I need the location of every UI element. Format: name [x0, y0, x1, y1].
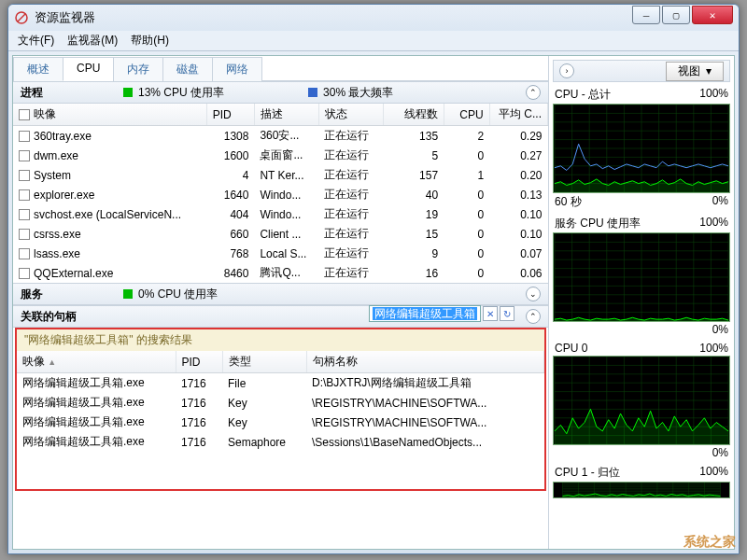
hcol-name[interactable]: 句柄名称	[306, 351, 544, 373]
process-row[interactable]: QQExternal.exe8460腾讯Q...正在运行1600.06	[13, 263, 548, 283]
minimize-button[interactable]: —	[632, 6, 660, 24]
hcol-image[interactable]: 映像 ▲	[17, 351, 176, 373]
svc-cpu-icon	[123, 289, 133, 299]
tab-overview[interactable]: 概述	[13, 57, 63, 81]
checkbox[interactable]	[19, 209, 30, 220]
charts-toolbar: › 视图▾	[553, 60, 730, 82]
handle-row[interactable]: 网络编辑超级工具箱.exe1716Key\REGISTRY\MACHINE\SO…	[17, 393, 544, 413]
app-icon	[14, 10, 29, 25]
process-row[interactable]: explorer.exe1640Windo...正在运行4000.13	[13, 185, 548, 204]
menubar: 文件(F) 监视器(M) 帮助(H)	[8, 31, 739, 51]
chart-cpu0: CPU 0100% 0%	[553, 341, 730, 460]
col-cpu[interactable]: CPU	[444, 104, 489, 126]
process-row[interactable]: lsass.exe768Local S...正在运行900.07	[13, 244, 548, 263]
cpu-usage-label: 13% CPU 使用率	[138, 85, 224, 101]
checkbox[interactable]	[19, 170, 30, 181]
chart-service-cpu: 服务 CPU 使用率100% 0%	[553, 215, 730, 337]
col-desc[interactable]: 描述	[254, 104, 318, 126]
chart-cpu-total: CPU - 总计100% 60 秒0%	[553, 86, 730, 211]
charts-collapse-icon[interactable]: ›	[559, 63, 574, 78]
collapse-handles-icon[interactable]: ⌃	[526, 309, 541, 324]
titlebar[interactable]: 资源监视器 — ▢ ✕	[8, 5, 739, 31]
tab-network[interactable]: 网络	[212, 57, 262, 81]
cpu-usage-icon	[123, 88, 133, 97]
tab-cpu[interactable]: CPU	[63, 57, 114, 81]
menu-monitor[interactable]: 监视器(M)	[67, 33, 118, 49]
handle-row[interactable]: 网络编辑超级工具箱.exe1716Semaphore\Sessions\1\Ba…	[17, 432, 544, 452]
process-row[interactable]: 360tray.exe1308360安...正在运行13520.29	[13, 126, 548, 147]
hcol-pid[interactable]: PID	[176, 351, 222, 373]
tabs: 概述 CPU 内存 磁盘 网络	[13, 56, 548, 81]
checkbox[interactable]	[19, 229, 30, 240]
collapse-icon[interactable]: ⌃	[526, 85, 541, 100]
handles-header[interactable]: 关联的句柄 网络编辑超级工具箱 ✕ ↻ ⌃	[13, 305, 548, 328]
col-threads[interactable]: 线程数	[384, 104, 444, 126]
handles-table: 映像 ▲ PID 类型 句柄名称 网络编辑超级工具箱.exe1716FileD:…	[17, 351, 544, 452]
processes-header[interactable]: 进程 13% CPU 使用率 30% 最大频率 ⌃	[13, 81, 548, 104]
col-avgcpu[interactable]: 平均 C...	[489, 104, 547, 126]
col-image[interactable]: 映像	[13, 104, 206, 126]
svg-line-1	[18, 14, 25, 21]
search-button[interactable]: ↻	[500, 306, 514, 321]
sort-asc-icon: ▲	[48, 357, 56, 367]
col-status[interactable]: 状态	[318, 104, 383, 126]
services-header[interactable]: 服务 0% CPU 使用率 ⌄	[13, 283, 548, 305]
tab-memory[interactable]: 内存	[113, 57, 163, 81]
checkbox[interactable]	[19, 131, 30, 142]
search-results-banner: "网络编辑超级工具箱" 的搜索结果	[17, 329, 544, 351]
svc-cpu-label: 0% CPU 使用率	[138, 287, 218, 302]
chart-cpu1: CPU 1 - 归位100%	[553, 464, 730, 498]
close-button[interactable]: ✕	[692, 6, 733, 24]
menu-file[interactable]: 文件(F)	[18, 33, 54, 49]
checkbox-all[interactable]	[19, 109, 30, 120]
checkbox[interactable]	[19, 150, 30, 161]
view-button[interactable]: 视图▾	[666, 62, 724, 81]
max-freq-icon	[308, 88, 317, 97]
resource-monitor-window: 资源监视器 — ▢ ✕ 文件(F) 监视器(M) 帮助(H) 概述 CPU 内存…	[7, 4, 740, 554]
services-title: 服务	[21, 287, 95, 302]
checkbox[interactable]	[19, 268, 30, 279]
tab-disk[interactable]: 磁盘	[162, 57, 213, 81]
checkbox[interactable]	[19, 189, 30, 201]
process-row[interactable]: System4NT Ker...正在运行15710.20	[13, 165, 548, 185]
processes-table: 映像 PID 描述 状态 线程数 CPU 平均 C... 360tray.exe…	[13, 104, 548, 283]
hcol-type[interactable]: 类型	[222, 351, 306, 373]
dropdown-icon: ▾	[706, 64, 712, 77]
menu-help[interactable]: 帮助(H)	[131, 33, 169, 49]
process-row[interactable]: dwm.exe1600桌面窗...正在运行500.27	[13, 146, 548, 165]
max-freq-label: 30% 最大频率	[323, 85, 393, 101]
handle-row[interactable]: 网络编辑超级工具箱.exe1716Key\REGISTRY\MACHINE\SO…	[17, 413, 544, 432]
process-row[interactable]: csrss.exe660Client ...正在运行1500.10	[13, 224, 548, 244]
process-row[interactable]: svchost.exe (LocalServiceN...404Windo...…	[13, 204, 548, 224]
col-pid[interactable]: PID	[206, 104, 254, 126]
handles-search-input[interactable]: 网络编辑超级工具箱	[369, 305, 481, 322]
processes-title: 进程	[21, 85, 95, 101]
maximize-button[interactable]: ▢	[662, 6, 690, 24]
clear-search-button[interactable]: ✕	[483, 306, 498, 321]
window-title: 资源监视器	[35, 9, 632, 26]
handle-row[interactable]: 网络编辑超级工具箱.exe1716FileD:\BJXTRJ\网络编辑超级工具箱	[17, 373, 544, 394]
handles-title: 关联的句柄	[21, 309, 95, 325]
expand-icon[interactable]: ⌄	[526, 287, 541, 301]
checkbox[interactable]	[19, 248, 30, 259]
